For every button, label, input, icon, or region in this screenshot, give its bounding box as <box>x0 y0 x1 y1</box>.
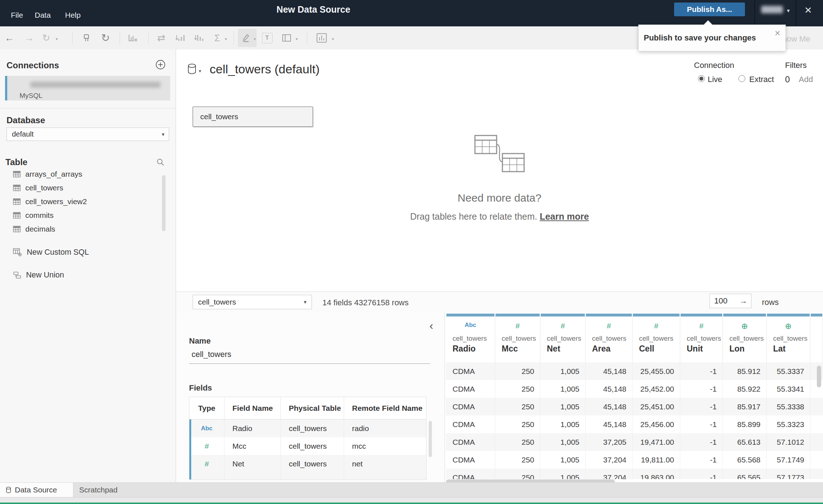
learn-more-link[interactable]: Learn more <box>540 211 589 221</box>
redo-icon[interactable]: → <box>22 26 35 49</box>
undo-icon[interactable]: ← <box>3 26 16 49</box>
collapse-panel-icon[interactable]: ‹ <box>429 319 433 332</box>
reset-caret-icon[interactable]: ▾ <box>56 36 58 42</box>
data-grid-column-header[interactable]: # cell_towers Area <box>586 314 633 362</box>
add-connection-icon[interactable] <box>155 60 166 71</box>
table-icon <box>13 185 21 191</box>
table-search-icon[interactable] <box>156 158 165 168</box>
data-grid-row[interactable]: CDMA 250 1,005 45,148 25,456.00 -1 85.89… <box>446 415 823 433</box>
cell-mcc: 250 <box>495 433 540 451</box>
data-grid-row[interactable]: CDMA 250 1,005 45,148 25,452.00 -1 85.92… <box>446 380 823 398</box>
data-grid-horizontal-scrollbar[interactable] <box>446 479 615 482</box>
table-list-scrollbar[interactable] <box>162 175 166 231</box>
cell-lon: 65.613 <box>723 433 767 451</box>
totals-caret-icon[interactable]: ▾ <box>225 36 227 42</box>
swap-axes-icon[interactable]: ⇄ <box>155 26 168 49</box>
preview-table-select[interactable]: cell_towers ▾ <box>193 295 312 309</box>
fields-col-remote-field-name[interactable]: Remote Field Name <box>344 397 426 419</box>
data-grid-column-header[interactable]: Abc cell_towers Radio <box>446 314 495 362</box>
publish-as-button[interactable]: Publish As... <box>674 3 745 16</box>
remote-field-cell: radio <box>344 419 426 437</box>
name-input[interactable]: cell_towers <box>192 350 231 359</box>
fields-rows-summary: 14 fields 43276158 rows <box>322 298 409 307</box>
new-custom-sql-button[interactable]: New Custom SQL <box>0 245 176 259</box>
text-label-icon[interactable]: T <box>261 26 273 49</box>
column-name-label: Net <box>547 344 560 354</box>
extract-label[interactable]: Extract <box>749 75 774 84</box>
cell-cell: 25,451.00 <box>633 398 680 415</box>
fields-grid-row[interactable]: # Mcc cell_towers mcc <box>189 437 426 455</box>
table-list-item[interactable]: cell_towers_view2 <box>0 195 163 208</box>
filters-add-button[interactable]: Add <box>799 75 813 84</box>
status-bar <box>0 497 823 503</box>
live-radio[interactable] <box>698 75 705 82</box>
data-grid-row[interactable]: CDMA 250 1,005 45,148 25,451.00 -1 85.91… <box>446 398 823 415</box>
data-grid-column-header[interactable]: # cell_towers Mcc <box>495 314 540 362</box>
data-grid-column-header[interactable]: # cell_towers Unit <box>680 314 723 362</box>
fields-grid-row-partial[interactable] <box>189 473 426 480</box>
field-type-icon: # <box>205 460 209 468</box>
live-label[interactable]: Live <box>708 75 722 84</box>
user-caret-icon[interactable]: ▾ <box>787 7 790 14</box>
tooltip-close-icon[interactable]: × <box>775 28 780 39</box>
column-table-label: cell_towers <box>547 335 581 343</box>
sort-descending-icon[interactable] <box>192 26 205 49</box>
data-grid-column-header[interactable]: ⊕ cell_towers Lon <box>723 314 767 362</box>
row-limit-input[interactable]: 100 → <box>710 294 751 308</box>
database-select[interactable]: default ▾ <box>7 128 169 141</box>
clear-sheet-icon[interactable] <box>125 26 141 49</box>
preview-table-value: cell_towers <box>198 298 304 306</box>
table-node-label: cell_towers <box>200 112 238 121</box>
table-list-item[interactable]: cell_towers <box>0 181 163 195</box>
pause-updates-icon[interactable] <box>80 26 93 49</box>
cell-radio: CDMA <box>446 469 495 479</box>
datasource-caret-icon[interactable]: ▾ <box>199 68 201 74</box>
menu-file[interactable]: File <box>11 11 23 20</box>
data-grid-column-header[interactable]: # cell_towers Net <box>540 314 586 362</box>
fit-caret-icon[interactable]: ▾ <box>296 36 298 42</box>
new-union-button[interactable]: New Union <box>0 268 176 282</box>
data-grid-row[interactable]: CDMA 250 1,005 37,204 19,863.00 -1 65.56… <box>446 469 823 479</box>
data-grid-row[interactable]: CDMA 250 1,005 45,148 25,455.00 -1 85.91… <box>446 362 823 380</box>
data-grid-column-header-partial <box>810 314 823 362</box>
run-update-icon[interactable]: ↻ <box>99 26 112 49</box>
user-menu[interactable] <box>761 6 783 13</box>
table-list-item[interactable]: arrays_of_arrays <box>0 167 163 181</box>
data-preview-grid: Abc cell_towers Radio # cell_towers Mcc … <box>445 313 823 482</box>
toolbar-separator <box>307 31 307 44</box>
datasource-db-icon <box>187 63 197 76</box>
menu-help[interactable]: Help <box>65 11 81 20</box>
highlight-pen-icon[interactable] <box>239 26 252 49</box>
data-grid-column-header[interactable]: # cell_towers Cell <box>633 314 680 362</box>
table-list-item[interactable]: decimals <box>0 222 163 236</box>
fields-grid-row[interactable]: # Net cell_towers net <box>189 455 426 473</box>
table-node-cell-towers[interactable]: cell_towers <box>193 107 313 127</box>
window-close-icon[interactable]: × <box>805 3 812 17</box>
show-me-chart-icon[interactable] <box>314 26 330 49</box>
connection-item[interactable]: MySQL <box>5 76 170 100</box>
data-grid-row[interactable]: CDMA 250 1,005 37,204 19,811.00 -1 65.56… <box>446 451 823 469</box>
connections-header: Connections <box>7 60 59 70</box>
fields-grid-row[interactable]: Abc Radio cell_towers radio <box>189 419 426 437</box>
fields-col-physical-table[interactable]: Physical Table <box>281 397 344 419</box>
data-grid-vertical-scrollbar[interactable] <box>817 366 821 387</box>
cell-mcc: 250 <box>495 469 540 479</box>
fields-col-field-name[interactable]: Field Name <box>224 397 281 419</box>
fields-col-type[interactable]: Type <box>189 397 224 419</box>
extract-radio[interactable] <box>738 75 745 82</box>
fields-grid-scrollbar[interactable] <box>429 421 432 457</box>
cell-mcc: 250 <box>495 451 540 469</box>
totals-icon[interactable]: Σ <box>211 26 223 49</box>
fit-icon[interactable] <box>280 26 293 49</box>
tab-data-source[interactable]: Data Source <box>0 483 73 497</box>
data-grid-column-header[interactable]: ⊕ cell_towers Lat <box>767 314 810 362</box>
data-grid-row[interactable]: CDMA 250 1,005 37,205 19,471.00 -1 65.61… <box>446 433 823 451</box>
show-me-caret-icon[interactable]: ▾ <box>332 36 334 42</box>
sort-ascending-icon[interactable] <box>173 26 187 49</box>
table-list-item[interactable]: commits <box>0 208 163 222</box>
reset-icon[interactable]: ↻ <box>40 26 53 49</box>
menu-data[interactable]: Data <box>35 11 51 20</box>
highlight-caret-icon[interactable]: ▾ <box>254 36 256 42</box>
apply-row-limit-icon[interactable]: → <box>740 296 747 306</box>
tab-scratchpad[interactable]: Scratchpad <box>73 483 117 497</box>
